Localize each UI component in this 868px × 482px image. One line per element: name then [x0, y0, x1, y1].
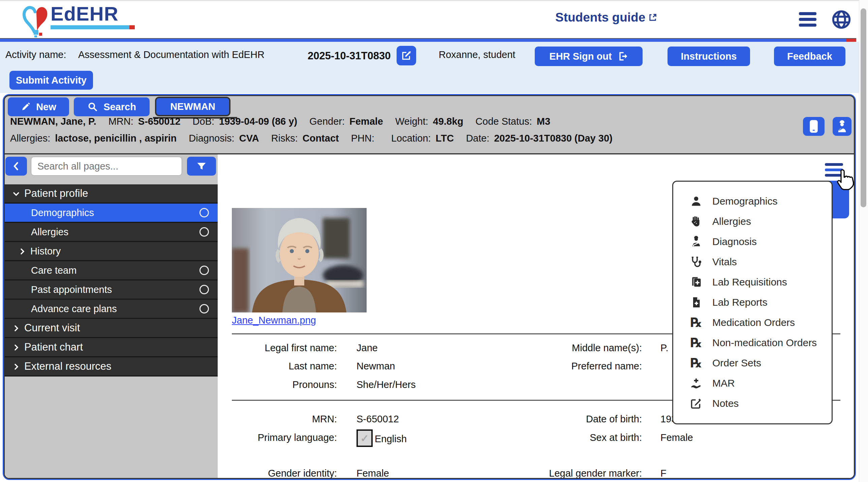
hand-plus-icon — [689, 376, 704, 390]
sign-out-label: EHR Sign out — [549, 51, 612, 62]
menu-item-lab-reports[interactable]: Lab Reports — [673, 292, 832, 312]
sidebar-item-advance-care-plans[interactable]: Advance care plans — [5, 300, 218, 319]
sidebar-section-external-resources[interactable]: External resources — [5, 357, 218, 376]
item-label: Allergies — [31, 227, 68, 238]
menu-item-demographics[interactable]: Demographics — [673, 191, 832, 211]
sex-at-birth-label: Sex at birth: — [521, 432, 642, 443]
section-label: Patient profile — [24, 187, 88, 200]
submit-activity-button[interactable]: Submit Activity — [9, 71, 93, 90]
menu-item-notes[interactable]: Notes — [673, 393, 832, 414]
sidebar-nav: Patient profile Demographics Allergies H… — [5, 184, 218, 376]
page-scrollbar — [859, 0, 868, 482]
sidebar-item-past-appointments[interactable]: Past appointments — [5, 280, 218, 300]
menu-item-label: Allergies — [712, 216, 751, 227]
search-patient-tab[interactable]: Search — [74, 97, 150, 116]
mobile-view-button[interactable] — [803, 117, 825, 136]
status-circle-icon — [199, 227, 209, 237]
chart-date: 2025-10-31T0830 (Day 30) — [494, 133, 612, 144]
ehr-sign-out-button[interactable]: EHR Sign out — [535, 47, 643, 66]
sidebar-section-patient-profile[interactable]: Patient profile — [5, 184, 218, 204]
chevron-right-icon — [12, 363, 20, 370]
legal-gender-marker-label: Legal gender marker: — [521, 468, 642, 479]
chevron-left-icon — [12, 161, 21, 171]
patient-tab-label: NEWMAN — [170, 101, 215, 112]
submit-activity-label: Submit Activity — [16, 75, 87, 86]
english-checkbox[interactable]: ✓ — [356, 429, 373, 447]
menu-item-label: Non-medication Orders — [712, 337, 817, 349]
mrn-value: S-650012 — [356, 414, 399, 425]
caregiver-view-button[interactable] — [833, 117, 851, 136]
new-tab-label: New — [36, 101, 56, 113]
app-header: EdEHR Students guide — [0, 0, 868, 40]
feedback-button[interactable]: Feedback — [774, 47, 845, 66]
section-label: Current visit — [24, 322, 80, 334]
menu-item-diagnosis[interactable]: Diagnosis — [673, 232, 832, 252]
patient-tab-newman[interactable]: NEWMAN — [155, 97, 230, 116]
section-label: External resources — [24, 360, 111, 372]
instructions-button[interactable]: Instructions — [668, 47, 750, 66]
item-label: Demographics — [31, 207, 94, 218]
rx-icon: ℞ — [689, 316, 704, 329]
pencil-icon — [21, 102, 31, 112]
item-label: History — [30, 246, 61, 257]
stethoscope-icon — [689, 255, 704, 269]
activity-bar: Activity name: Assessment & Documentatio… — [0, 42, 868, 93]
page-menu-button[interactable] — [825, 163, 843, 177]
menu-item-allergies[interactable]: Allergies — [673, 211, 832, 232]
instructions-label: Instructions — [681, 51, 737, 62]
sidebar: Patient profile Demographics Allergies H… — [5, 154, 218, 478]
menu-item-label: Lab Requisitions — [712, 276, 787, 288]
hamburger-icon — [799, 12, 816, 15]
menu-item-mar[interactable]: MAR — [673, 373, 832, 393]
photo-filename-link[interactable]: Jane_Newman.png — [232, 315, 316, 326]
filter-button[interactable] — [187, 157, 216, 176]
menu-item-non-medication-orders[interactable]: ℞ Non-medication Orders — [673, 333, 832, 353]
menu-item-medication-orders[interactable]: ℞ Medication Orders — [673, 312, 832, 333]
students-guide-label: Students guide — [555, 10, 645, 25]
status-circle-icon — [199, 266, 209, 275]
legal-first-name-value: Jane — [356, 342, 378, 354]
edehr-logo[interactable]: EdEHR — [22, 4, 134, 37]
menu-item-vitals[interactable]: Vitals — [673, 252, 832, 272]
sidebar-item-allergies[interactable]: Allergies — [5, 223, 218, 242]
brand-underline — [51, 25, 134, 29]
person-icon — [689, 194, 704, 208]
date-of-birth-label: Date of birth: — [521, 414, 642, 425]
menu-item-label: Order Sets — [712, 357, 761, 369]
patient-location: LTC — [436, 133, 454, 144]
brand-name: EdEHR — [51, 4, 134, 24]
sidebar-collapse-button[interactable] — [5, 157, 27, 176]
patient-weight: 49.8kg — [433, 116, 463, 127]
section-label: Patient chart — [24, 341, 83, 353]
sidebar-item-demographics[interactable]: Demographics — [5, 204, 218, 223]
mobile-phone-icon — [808, 120, 819, 133]
hand-icon — [689, 215, 704, 228]
patient-photo — [232, 208, 367, 312]
students-guide-link[interactable]: Students guide — [555, 10, 657, 25]
mrn-label: MRN: — [218, 414, 337, 425]
file-plus-icon — [689, 296, 704, 309]
last-name-value: Newman — [356, 361, 395, 372]
new-patient-tab[interactable]: New — [8, 97, 69, 116]
search-all-pages-input[interactable] — [31, 157, 182, 176]
sidebar-section-history[interactable]: History — [5, 242, 218, 261]
pen-square-icon — [689, 397, 704, 410]
menu-item-label: Vitals — [712, 256, 737, 268]
language-globe-button[interactable] — [832, 10, 851, 29]
preferred-name-label: Preferred name: — [521, 361, 642, 372]
sidebar-section-current-visit[interactable]: Current visit — [5, 319, 218, 338]
menu-item-order-sets[interactable]: ℞ Order Sets — [673, 353, 832, 373]
filter-funnel-icon — [196, 161, 207, 171]
sidebar-item-care-team[interactable]: Care team — [5, 261, 218, 280]
menu-item-lab-requisitions[interactable]: Lab Requisitions — [673, 272, 832, 292]
divider-red-segment — [846, 39, 856, 42]
header-menu-button[interactable] — [799, 12, 816, 27]
status-circle-icon — [199, 285, 209, 294]
scrollbar-thumb[interactable] — [861, 8, 866, 207]
sidebar-section-patient-chart[interactable]: Patient chart — [5, 338, 218, 357]
search-icon — [87, 101, 98, 112]
rx-icon: ℞ — [689, 336, 704, 350]
pronouns-label: Pronouns: — [218, 379, 337, 390]
edit-datetime-button[interactable] — [397, 46, 416, 65]
item-label: Advance care plans — [31, 303, 117, 314]
